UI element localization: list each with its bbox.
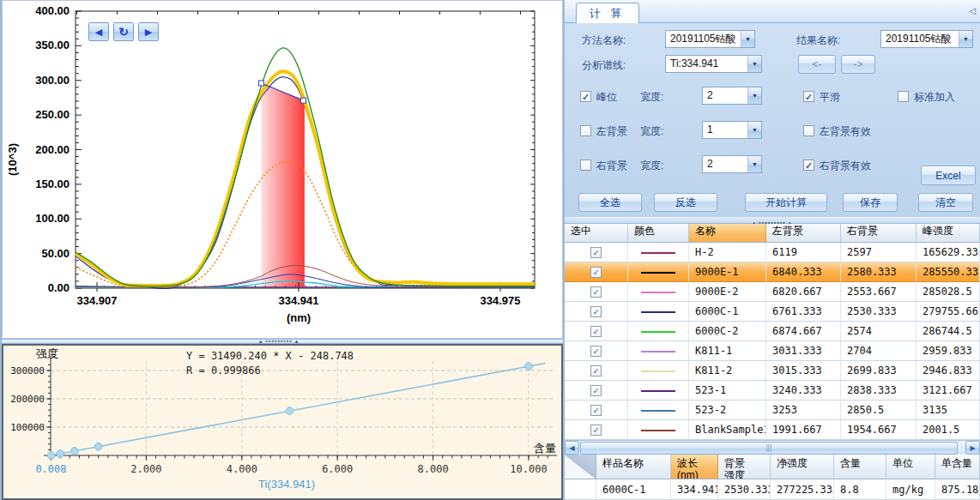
row-checkbox[interactable]: ✓ (590, 267, 602, 278)
smooth-checkbox[interactable]: ✓ (803, 91, 814, 102)
clear-button[interactable]: 清空 (918, 193, 973, 212)
left-bg-valid-checkbox[interactable]: ✓ (803, 125, 814, 136)
right-background-label: 右背景 (596, 159, 627, 173)
svg-text:150.00: 150.00 (35, 178, 70, 190)
vertical-splitter[interactable]: ▴ ▪▪▪▪▪▪▪▪▪ ▴ (565, 217, 980, 224)
column-header-背景[interactable]: 背景 强度 (718, 455, 771, 479)
column-header-含量[interactable]: 含量 (834, 455, 886, 479)
scroll-right-icon[interactable]: ▶ (965, 441, 980, 455)
row-checkbox[interactable]: ✓ (590, 405, 602, 416)
select-all-button[interactable]: 全选 (578, 193, 642, 212)
start-calculation-button[interactable]: 开始计算 (745, 193, 827, 212)
peak-position-checkbox[interactable]: ✓ (580, 91, 591, 102)
sample-row[interactable]: 6000C-1334.9412530.333277225.3338.8mg/kg… (565, 479, 980, 500)
peak-chart: 0.0050.00100.00150.00200.00250.00300.003… (3, 1, 562, 338)
chart-next-button[interactable]: ▶ (138, 22, 159, 41)
row-checkbox[interactable]: ✓ (590, 425, 602, 436)
column-header-右背景[interactable]: 右背景 (841, 224, 916, 243)
column-header-名称[interactable]: 名称 (689, 224, 766, 243)
svg-text:0.00: 0.00 (48, 281, 70, 294)
chevron-down-icon[interactable]: ▼ (747, 156, 761, 172)
column-header-峰强度[interactable]: 峰强度 (916, 224, 980, 243)
standard-addition-checkbox[interactable]: ✓ (898, 91, 909, 102)
next-result-button[interactable]: -> (841, 55, 875, 74)
analysis-line-label: 分析谱线: (582, 58, 626, 73)
table-row[interactable]: ✓9000E-26820.6672553.667285028.5 (565, 282, 980, 302)
chevron-down-icon[interactable]: ▼ (747, 87, 761, 104)
row-peak-cell: 165629.333 (916, 243, 980, 262)
scrollbar-thumb[interactable]: ||| (580, 442, 958, 455)
row-checkbox[interactable]: ✓ (590, 306, 602, 317)
result-name-select[interactable]: 20191105钴酸 ▼ (880, 30, 973, 48)
svg-text:350.00: 350.00 (35, 39, 70, 51)
svg-text:6.000: 6.000 (322, 463, 353, 475)
table-row[interactable]: ✓9000E-16840.3332580.333285550.333 (565, 262, 980, 282)
row-peak-cell: 286744.5 (916, 322, 980, 341)
right-bg-width-select[interactable]: 2 ▼ (702, 155, 762, 173)
row-checkbox[interactable]: ✓ (590, 326, 602, 337)
excel-button[interactable]: Excel (921, 166, 976, 185)
table-row[interactable]: ✓K811-13031.33327042959.833 (565, 341, 980, 361)
column-header-单含量[interactable]: 单含量 (935, 455, 980, 479)
column-header-波长[interactable]: 波长 (nm) (671, 455, 718, 479)
prev-result-button[interactable]: <- (798, 55, 836, 74)
table-row[interactable]: ✓523-13240.3332838.3333121.667 (565, 381, 980, 401)
series-color-swatch (641, 410, 675, 412)
analysis-line-select[interactable]: Ti:334.941 ▼ (665, 55, 762, 73)
svg-text:334.907: 334.907 (77, 294, 118, 307)
column-header-左背景[interactable]: 左背景 (766, 224, 841, 243)
table-row[interactable]: ✓523-232532850.53135 (565, 401, 980, 420)
table-corner-cell[interactable] (565, 455, 596, 479)
chevron-down-icon[interactable]: ▼ (959, 31, 972, 47)
row-color-cell (628, 420, 689, 440)
column-header-样品名称[interactable]: 样品名称 (596, 455, 671, 479)
chevron-down-icon[interactable]: ▼ (741, 31, 754, 47)
column-header-选中[interactable]: 选中 (565, 224, 628, 243)
row-name-cell: K811-1 (689, 341, 766, 361)
row-name-cell: 6000C-1 (689, 302, 766, 322)
row-checkbox[interactable]: ✓ (590, 346, 602, 357)
chevron-down-icon[interactable]: ▼ (747, 122, 761, 138)
row-peak-cell: 279755.667 (916, 302, 980, 322)
row-checkbox[interactable]: ✓ (590, 247, 602, 258)
row-right-bg-cell: 2553.667 (841, 282, 916, 302)
invert-selection-button[interactable]: 反选 (654, 193, 717, 212)
row-name-cell: 9000E-2 (689, 282, 766, 302)
left-bg-width-select[interactable]: 1 ▼ (702, 121, 762, 139)
series-color-swatch (641, 252, 675, 254)
table-row[interactable]: ✓6000C-16761.3332530.333279755.667 (565, 302, 980, 322)
column-header-颜色[interactable]: 颜色 (628, 224, 689, 243)
row-checkbox[interactable]: ✓ (590, 286, 602, 298)
collapse-panel-icon[interactable]: ◁ (969, 6, 976, 15)
chart-prev-button[interactable]: ◀ (88, 22, 109, 41)
left-bg-width-value: 1 (703, 122, 747, 138)
row-peak-cell: 2959.833 (916, 341, 980, 361)
table-row[interactable]: ✓6000C-26874.6672574286744.5 (565, 322, 980, 341)
row-select-cell: ✓ (565, 262, 628, 282)
scroll-left-icon[interactable]: ◀ (565, 441, 579, 455)
results-table-hscrollbar[interactable]: ◀ ||| ▶ (565, 440, 980, 455)
row-checkbox[interactable]: ✓ (590, 365, 602, 377)
row-select-cell: ✓ (565, 322, 628, 341)
row-right-bg-cell: 2580.333 (841, 262, 916, 282)
table-row[interactable]: ✓H-261192597165629.333 (565, 243, 980, 262)
table-row[interactable]: ✓K811-23015.3332699.8332946.833 (565, 361, 980, 381)
save-button[interactable]: 保存 (843, 193, 898, 212)
unit-cell: mg/kg (886, 479, 935, 500)
column-header-净强度[interactable]: 净强度 (771, 455, 834, 479)
row-checkbox[interactable]: ✓ (590, 385, 602, 396)
left-background-checkbox[interactable]: ✓ (580, 125, 591, 136)
table-row[interactable]: ✓BlankSample11991.6671954.6672001.5 (565, 420, 980, 440)
sample-name-cell: 6000C-1 (596, 479, 671, 500)
row-name-cell: 523-2 (689, 401, 766, 420)
tab-calculate[interactable]: 计 算 (576, 3, 639, 23)
row-left-bg-cell: 6840.333 (766, 262, 841, 282)
chart-refresh-button[interactable]: ↻ (113, 22, 134, 41)
chevron-down-icon[interactable]: ▼ (747, 56, 761, 72)
column-header-单位[interactable]: 单位 (886, 455, 935, 479)
right-background-checkbox[interactable]: ✓ (580, 160, 591, 171)
row-select-cell: ✓ (565, 361, 628, 381)
method-name-select[interactable]: 20191105钴酸 ▼ (665, 30, 755, 48)
right-bg-valid-checkbox[interactable]: ✓ (803, 160, 814, 171)
peak-width-select[interactable]: 2 ▼ (702, 87, 762, 105)
